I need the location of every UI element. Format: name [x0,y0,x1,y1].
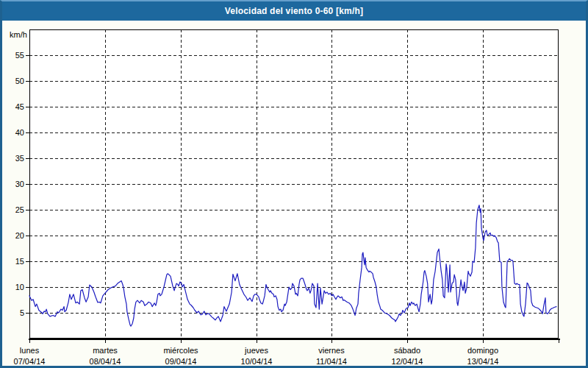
date-label: 09/04/14 [165,357,197,366]
date-label: 11/04/14 [316,357,347,366]
svg-text:30: 30 [15,180,24,188]
svg-text:20: 20 [15,231,24,240]
wind-speed-chart: 510152025303540455055km/hlunes07/04/14ma… [2,21,586,366]
svg-text:50: 50 [15,77,24,85]
weekday-label: viernes [318,346,345,355]
date-label: 07/04/14 [14,357,46,366]
svg-text:55: 55 [15,51,24,60]
date-label: 08/04/14 [90,357,121,366]
y-axis-unit-label: km/h [10,30,27,39]
svg-text:25: 25 [15,205,24,214]
weekday-label: lunes [20,346,40,355]
chart-window: Velocidad del viento 0-60 [km/h] 5101520… [0,0,588,368]
date-label: 13/04/14 [467,357,499,366]
svg-text:40: 40 [15,128,24,137]
x-axis-labels: lunes07/04/14martes08/04/14miércoles09/0… [14,346,499,366]
date-label: 10/04/14 [241,357,273,366]
weekday-label: jueves [244,346,268,355]
weekday-label: martes [93,346,118,355]
date-label: 12/04/14 [392,357,423,366]
svg-text:35: 35 [15,154,24,163]
chart-title: Velocidad del viento 0-60 [km/h] [225,6,363,16]
svg-text:15: 15 [15,257,24,266]
chart-title-bar: Velocidad del viento 0-60 [km/h] [2,1,586,21]
y-axis-labels: 510152025303540455055 [15,51,24,317]
svg-text:45: 45 [15,102,24,111]
weekday-label: sábado [394,346,420,355]
svg-text:10: 10 [15,283,24,291]
weekday-label: domingo [467,346,498,355]
weekday-label: miércoles [163,346,198,355]
svg-text:5: 5 [20,308,24,317]
